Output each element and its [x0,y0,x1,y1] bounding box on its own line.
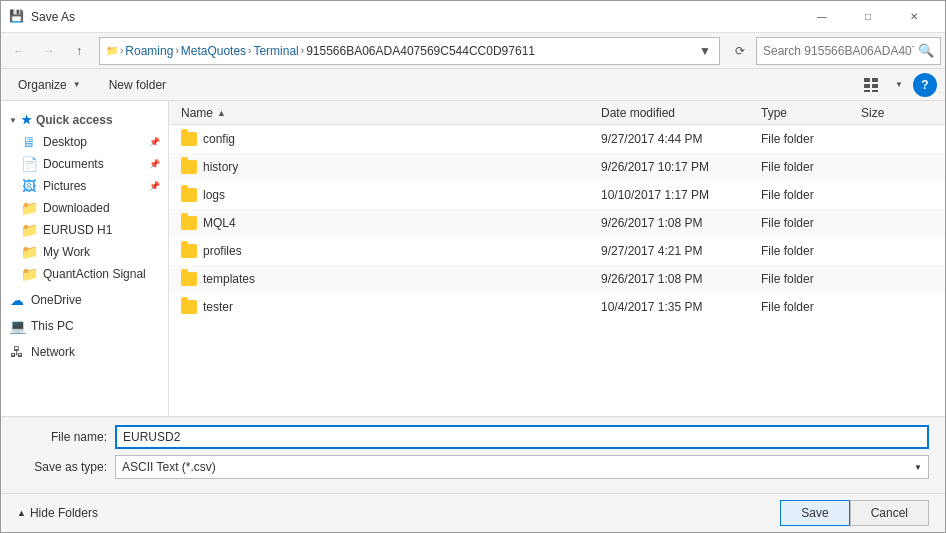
file-type: File folder [757,188,857,202]
onedrive-section: ☁ OneDrive [1,289,168,311]
title-bar-buttons: — □ ✕ [799,1,937,33]
sidebar-documents-label: Documents [43,157,104,171]
column-size[interactable]: Size [857,106,937,120]
sidebar-item-eurusd[interactable]: 📁 EURUSD H1 [1,219,168,241]
breadcrumb-roaming[interactable]: Roaming [125,44,173,58]
sidebar-pictures-label: Pictures [43,179,86,193]
file-type: File folder [757,216,857,230]
file-date: 9/27/2017 4:21 PM [597,244,757,258]
thispc-section: 💻 This PC [1,315,168,337]
sidebar-mywork-label: My Work [43,245,90,259]
documents-icon: 📄 [21,156,37,172]
organize-button[interactable]: Organize ▼ [9,73,92,97]
column-date-label: Date modified [601,106,675,120]
toolbar: Organize ▼ New folder ▼ ? [1,69,945,101]
file-date: 10/10/2017 1:17 PM [597,188,757,202]
view-button[interactable] [857,73,885,97]
hide-folders-button[interactable]: ▲ Hide Folders [17,506,98,520]
sidebar-item-network[interactable]: 🖧 Network [1,341,168,363]
save-button[interactable]: Save [780,500,849,526]
file-name: logs [203,188,225,202]
svg-rect-1 [872,78,878,82]
forward-button[interactable]: → [35,37,63,65]
hide-folders-arrow-icon: ▲ [17,508,26,518]
file-type: File folder [757,300,857,314]
file-name: tester [203,300,233,314]
new-folder-button[interactable]: New folder [100,73,175,97]
table-row[interactable]: profiles 9/27/2017 4:21 PM File folder [169,237,945,265]
address-dropdown-button[interactable]: ▼ [697,38,713,64]
file-date: 9/26/2017 10:17 PM [597,160,757,174]
quick-access-label: Quick access [36,113,113,127]
svg-rect-5 [872,90,878,92]
sidebar-item-quantaction[interactable]: 📁 QuantAction Signal [1,263,168,285]
file-date: 9/26/2017 1:08 PM [597,216,757,230]
window-title: Save As [31,10,799,24]
table-row[interactable]: config 9/27/2017 4:44 PM File folder [169,125,945,153]
file-date: 9/27/2017 4:44 PM [597,132,757,146]
quick-access-header[interactable]: ▼ ★ Quick access [1,109,168,131]
sidebar-item-pictures[interactable]: 🖼 Pictures 📌 [1,175,168,197]
table-row[interactable]: templates 9/26/2017 1:08 PM File folder [169,265,945,293]
column-date[interactable]: Date modified [597,106,757,120]
search-icon: 🔍 [918,43,934,58]
sidebar-item-thispc[interactable]: 💻 This PC [1,315,168,337]
network-icon: 🖧 [9,344,25,360]
table-row[interactable]: logs 10/10/2017 1:17 PM File folder [169,181,945,209]
savetype-row: Save as type: ASCII Text (*.csv) ▼ [17,455,929,479]
maximize-button[interactable]: □ [845,1,891,33]
table-row[interactable]: history 9/26/2017 10:17 PM File folder [169,153,945,181]
filename-label: File name: [17,430,107,444]
file-list-header: Name ▲ Date modified Type Size [169,101,945,125]
minimize-button[interactable]: — [799,1,845,33]
file-name: config [203,132,235,146]
sidebar-item-downloaded[interactable]: 📁 Downloaded [1,197,168,219]
savetype-select[interactable]: ASCII Text (*.csv) ▼ [115,455,929,479]
quick-access-star-icon: ★ [21,113,32,127]
up-button[interactable]: ↑ [65,37,93,65]
search-input[interactable] [763,44,914,58]
back-button[interactable]: ← [5,37,33,65]
quantaction-icon: 📁 [21,266,37,282]
new-folder-label: New folder [109,78,166,92]
savetype-label: Save as type: [17,460,107,474]
sidebar-quantaction-label: QuantAction Signal [43,267,146,281]
filename-row: File name: [17,425,929,449]
filename-input[interactable] [115,425,929,449]
svg-rect-3 [872,84,878,88]
close-button[interactable]: ✕ [891,1,937,33]
column-name[interactable]: Name ▲ [177,106,597,120]
sidebar-item-desktop[interactable]: 🖥 Desktop 📌 [1,131,168,153]
main-content: ▼ ★ Quick access 🖥 Desktop 📌 📄 Documents… [1,101,945,416]
sidebar-item-documents[interactable]: 📄 Documents 📌 [1,153,168,175]
bottom-actions-row: ▲ Hide Folders Save Cancel [1,493,945,532]
breadcrumb-current: 915566BA06ADA407569C544CC0D97611 [306,44,535,58]
bottom-form: File name: Save as type: ASCII Text (*.c… [1,416,945,493]
sidebar-downloaded-label: Downloaded [43,201,110,215]
breadcrumb-folder-icon: 📁 [106,45,118,56]
eurusd-icon: 📁 [21,222,37,238]
help-button[interactable]: ? [913,73,937,97]
address-bar[interactable]: 📁 › Roaming › MetaQuotes › Terminal › 91… [99,37,720,65]
breadcrumb-metaquotes[interactable]: MetaQuotes [181,44,246,58]
sidebar-item-mywork[interactable]: 📁 My Work [1,241,168,263]
table-row[interactable]: MQL4 9/26/2017 1:08 PM File folder [169,209,945,237]
mywork-icon: 📁 [21,244,37,260]
sidebar-item-onedrive[interactable]: ☁ OneDrive [1,289,168,311]
save-as-dialog: 💾 Save As — □ ✕ ← → ↑ 📁 › Roaming › Meta… [0,0,946,533]
sep4: › [301,45,304,56]
sort-arrow-icon: ▲ [217,108,226,118]
breadcrumb-terminal[interactable]: Terminal [253,44,298,58]
view-dropdown-button[interactable]: ▼ [893,73,905,97]
file-type: File folder [757,272,857,286]
table-row[interactable]: tester 10/4/2017 1:35 PM File folder [169,293,945,321]
organize-label: Organize [18,78,67,92]
sep3: › [248,45,251,56]
cancel-button[interactable]: Cancel [850,500,929,526]
column-type-label: Type [761,106,787,120]
refresh-button[interactable]: ⟳ [726,37,754,65]
folder-icon [181,216,197,230]
sep1: › [120,45,123,56]
search-box[interactable]: 🔍 [756,37,941,65]
column-type[interactable]: Type [757,106,857,120]
